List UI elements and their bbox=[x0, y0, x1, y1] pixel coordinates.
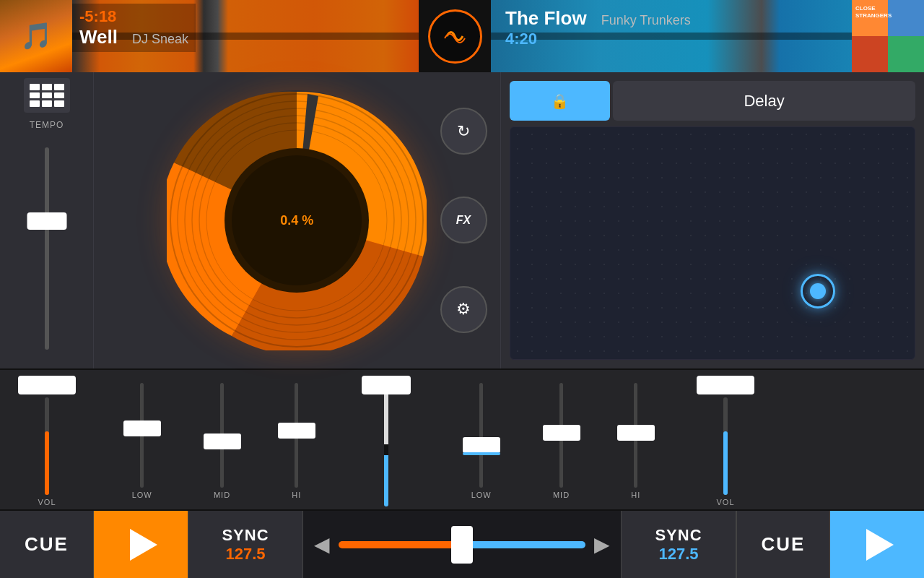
right-album-art[interactable]: CLOSE STRANGERS bbox=[852, 0, 924, 72]
cf-arrow-left[interactable]: ◀ bbox=[314, 532, 330, 556]
cf-track-h[interactable] bbox=[339, 541, 585, 548]
left-vol-track[interactable] bbox=[45, 397, 49, 495]
left-eq-low: LOW bbox=[132, 383, 152, 499]
left-eq-hi-thumb[interactable] bbox=[278, 423, 315, 439]
right-sync-bpm: 127.5 bbox=[658, 545, 698, 564]
right-vol-section: VOL bbox=[679, 370, 772, 509]
right-eq-mid-track[interactable] bbox=[559, 383, 563, 488]
settings-button[interactable]: ⚙ bbox=[440, 286, 487, 333]
left-eq-hi: HI bbox=[292, 383, 301, 499]
bottom-controls: CUE SYNC 127.5 ◀ ▶ SYNC 127.5 CUE bbox=[0, 509, 924, 578]
mixer-section: VOL LOW MID HI bbox=[0, 368, 924, 509]
right-eq-mid-label: MID bbox=[553, 491, 570, 499]
right-eq-low-thumb[interactable] bbox=[463, 437, 500, 453]
tempo-label: TEMPO bbox=[30, 120, 64, 130]
left-sync-block[interactable]: SYNC 127.5 bbox=[188, 511, 303, 578]
fx-lock-button[interactable]: 🔒 bbox=[510, 81, 611, 121]
crossfader-center-panel bbox=[339, 370, 433, 509]
right-deck-artist: Funky Trunkers bbox=[601, 13, 691, 28]
left-cue-button[interactable]: CUE bbox=[0, 511, 94, 578]
left-sync-bpm: 127.5 bbox=[225, 545, 265, 564]
fx-pad[interactable] bbox=[510, 126, 916, 360]
left-eq-mid-thumb[interactable] bbox=[204, 434, 241, 449]
left-deck-header: 🎵 bbox=[0, 0, 419, 72]
left-vol-label: VOL bbox=[38, 498, 56, 506]
fx-pad-dot bbox=[810, 283, 826, 299]
right-eq-hi: HI bbox=[631, 383, 640, 499]
right-eq-hi-thumb[interactable] bbox=[617, 425, 655, 441]
left-album-art[interactable]: 🎵 bbox=[0, 0, 72, 72]
right-deck-time: 4:20 bbox=[505, 30, 691, 48]
tempo-display: 0.4 % bbox=[280, 213, 313, 228]
left-eq-section: LOW MID HI bbox=[94, 370, 339, 509]
top-bar: 🎵 bbox=[0, 0, 924, 72]
left-eq-low-label: LOW bbox=[132, 491, 152, 499]
right-fx-panel: 🔒 Delay bbox=[500, 72, 925, 368]
center-deck: 0.4 % ↻ FX ⚙ bbox=[94, 72, 500, 368]
left-deck-artist: DJ Sneak bbox=[132, 32, 188, 47]
vinyl-disc[interactable]: 0.4 % bbox=[167, 90, 427, 350]
left-panel: TEMPO bbox=[0, 72, 94, 368]
left-vol-slider-top[interactable] bbox=[18, 376, 76, 394]
svg-text:STRANGERS: STRANGERS bbox=[855, 12, 892, 19]
left-eq-hi-label: HI bbox=[292, 491, 301, 499]
left-eq-hi-track[interactable] bbox=[295, 383, 298, 488]
right-eq-mid: MID bbox=[553, 383, 570, 499]
left-eq-mid-label: MID bbox=[214, 491, 230, 499]
right-cue-button[interactable]: CUE bbox=[736, 511, 830, 578]
fx-button[interactable]: FX bbox=[440, 197, 487, 243]
tempo-slider-track[interactable] bbox=[45, 147, 49, 350]
right-deck-header: The Flow Funky Trunkers 4:20 CLOSE STRAN… bbox=[491, 0, 924, 72]
right-eq-mid-thumb[interactable] bbox=[543, 425, 580, 441]
left-eq-low-thumb[interactable] bbox=[123, 420, 161, 436]
main-area: TEMPO bbox=[0, 72, 924, 368]
svg-rect-6 bbox=[888, 36, 924, 72]
right-eq-hi-track[interactable] bbox=[634, 383, 637, 488]
tempo-slider-thumb[interactable] bbox=[27, 212, 66, 230]
left-eq-mid-track[interactable] bbox=[220, 383, 224, 488]
right-eq-low-label: LOW bbox=[471, 491, 492, 499]
grid-view-button[interactable] bbox=[24, 78, 70, 113]
svg-rect-7 bbox=[888, 0, 924, 36]
cf-thumb-h[interactable] bbox=[451, 526, 473, 564]
right-sync-label: SYNC bbox=[655, 526, 702, 545]
right-eq-section: LOW MID HI bbox=[433, 370, 679, 509]
right-play-button[interactable] bbox=[830, 511, 924, 578]
left-vol-section: VOL bbox=[0, 370, 94, 509]
right-eq-low: LOW bbox=[471, 383, 492, 499]
center-logo[interactable] bbox=[419, 0, 491, 72]
left-eq-low-track[interactable] bbox=[140, 383, 144, 488]
sync-button[interactable]: ↻ bbox=[440, 108, 487, 155]
right-eq-hi-label: HI bbox=[631, 491, 640, 499]
right-vol-label: VOL bbox=[716, 498, 734, 506]
fx-selector-row: 🔒 Delay bbox=[510, 81, 916, 121]
right-eq-low-track[interactable] bbox=[479, 383, 483, 488]
cf-arrow-right[interactable]: ▶ bbox=[594, 532, 610, 556]
left-deck-track: Well bbox=[79, 26, 118, 48]
right-sync-block[interactable]: SYNC 127.5 bbox=[621, 511, 736, 578]
right-deck-track: The Flow bbox=[505, 7, 587, 30]
svg-text:CLOSE: CLOSE bbox=[855, 5, 876, 12]
fx-delay-button[interactable]: Delay bbox=[613, 81, 915, 121]
left-sync-label: SYNC bbox=[222, 526, 269, 545]
crossfader-track-v[interactable] bbox=[384, 393, 388, 506]
left-deck-time: -5:18 bbox=[79, 7, 188, 26]
left-play-button[interactable] bbox=[94, 511, 188, 578]
right-vol-track[interactable] bbox=[723, 397, 728, 495]
horizontal-crossfader: ◀ ▶ bbox=[303, 511, 621, 578]
right-vol-slider-top[interactable] bbox=[697, 376, 754, 394]
fx-controls: ↻ FX ⚙ bbox=[440, 72, 487, 368]
tempo-value: 0.4 % bbox=[280, 213, 313, 228]
tempo-slider-area bbox=[45, 134, 49, 363]
crossfader-top-thumb[interactable] bbox=[362, 376, 411, 394]
left-eq-mid: MID bbox=[214, 383, 230, 499]
